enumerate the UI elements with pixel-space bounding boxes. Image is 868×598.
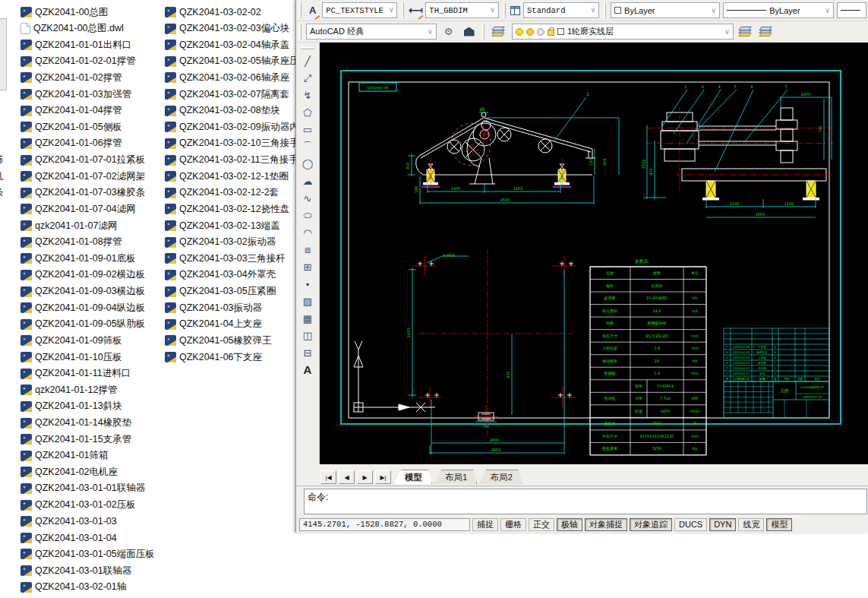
file-item[interactable]: QZK2041-03-02-06轴承座 (165, 70, 289, 85)
dim-style-icon[interactable]: ⟻ (409, 4, 422, 17)
file-item[interactable]: QZK2041-03-01联轴器 (21, 563, 131, 578)
file-item[interactable]: QZK2041-03-02-01轴 (21, 580, 126, 595)
draw-tool-arc-icon[interactable]: ⌒ (298, 138, 317, 156)
status-toggle-栅格[interactable]: 栅格 (500, 518, 526, 531)
workspace-settings-button[interactable]: ⚙ (440, 24, 457, 40)
draw-tool-ellipse-arc-icon[interactable]: ◠ (298, 224, 317, 242)
draw-tool-revision-cloud-icon[interactable]: ☁ (298, 172, 317, 190)
file-item[interactable]: QZK2041-03-02-10三角接手 (165, 136, 299, 151)
file-item[interactable]: QZK2041-01-07-04滤网 (21, 201, 136, 217)
layer-properties-button[interactable] (489, 24, 509, 40)
file-item[interactable]: QZK2041-01-02撑管 (21, 70, 122, 85)
lineweight-dropdown[interactable] (837, 2, 866, 18)
toolbar-grip[interactable] (503, 3, 506, 18)
file-item[interactable]: QZK2041-01-09-05纵肋板 (21, 317, 145, 332)
file-item[interactable]: QZK2041-03-02-07隔离套 (165, 87, 289, 102)
command-input[interactable]: 命令: (304, 489, 867, 514)
status-toggle-正交[interactable]: 正交 (529, 518, 554, 531)
tab-nav-button[interactable]: ◀ (339, 470, 355, 484)
draw-tool-hatch-icon[interactable]: ▨ (298, 293, 317, 310)
draw-tool-construction-line-icon[interactable]: ⤢ (298, 70, 317, 87)
file-item[interactable]: QZK2041-00总图 (21, 5, 109, 20)
workspace-dropdown[interactable]: AutoCAD 经典 ∨ (306, 24, 437, 40)
layer-vp-freeze-icon[interactable] (537, 28, 544, 36)
file-item[interactable]: QZK2041-03-02-13端盖 (165, 218, 280, 233)
status-toggle-DUCS[interactable]: DUCS (674, 518, 707, 531)
workspace-save-button[interactable] (460, 24, 478, 40)
file-item[interactable]: QZK2041-00总图.dwl (21, 21, 124, 36)
file-item[interactable]: QZK2041-01-15支承管 (21, 432, 131, 447)
status-toggle-对象捕捉[interactable]: 对象捕捉 (585, 518, 627, 531)
toolbar-grip[interactable] (402, 3, 404, 18)
file-item[interactable]: QZK2041-01筛箱 (21, 448, 109, 464)
file-item[interactable]: QZK2041-03-02-12-1垫圈 (165, 169, 289, 184)
draw-tool-ellipse-icon[interactable]: ⬭ (298, 207, 317, 224)
file-item[interactable]: QZK2041-03-02-12挠性盘 (165, 201, 289, 217)
file-item[interactable]: QZK2041-05橡胶弹王 (165, 333, 272, 348)
file-item[interactable]: QZK2041-01-10压板 (21, 350, 122, 365)
status-toggle-DYN[interactable]: DYN (709, 518, 736, 531)
draw-tool-polyline-icon[interactable]: ↯ (298, 87, 317, 104)
file-item[interactable]: QZK2041-01-13斜块 (21, 399, 122, 414)
file-item[interactable]: QZK2041-01-11进料口 (21, 366, 131, 381)
linetype-dropdown[interactable]: ByLayer ∨ (723, 2, 834, 18)
dim-style-dropdown[interactable]: TH_GBDIM ∨ (425, 2, 498, 18)
layer-lock-icon[interactable] (548, 30, 554, 36)
layer-dropdown[interactable]: 1轮廓实线层 ∨ (512, 24, 734, 40)
file-item[interactable]: QZK2041-04上支座 (165, 317, 262, 332)
file-item[interactable]: QZK2041-01-03加强管 (21, 87, 131, 102)
tab-布局1[interactable]: 布局1 (434, 470, 477, 484)
file-item[interactable]: QZK2041-03-02-02 (165, 5, 261, 20)
draw-tool-circle-icon[interactable]: ◯ (298, 156, 317, 173)
toolbar-grip[interactable] (604, 3, 606, 18)
draw-tool-rectangle-icon[interactable]: ▭ (298, 121, 317, 138)
layer-freeze-sun-icon[interactable] (526, 28, 534, 36)
status-toggle-线宽[interactable]: 线宽 (738, 518, 764, 531)
toolbar-grip[interactable] (299, 3, 301, 18)
file-item[interactable]: QZK2041-01-04撑管 (21, 103, 122, 119)
file-item[interactable]: QZK2041-03-01-05端面压板 (21, 546, 155, 562)
tab-nav-button[interactable]: |◀ (320, 470, 336, 484)
draw-tool-spline-icon[interactable]: ∿ (298, 190, 317, 207)
file-item[interactable]: QZK2041-03-02-05轴承座压盖 (165, 54, 308, 69)
tab-nav-button[interactable]: ▶| (375, 470, 391, 484)
make-object-layer-current-button[interactable] (737, 24, 754, 40)
file-item[interactable]: QZK2041-01-09-04纵边板 (21, 300, 145, 315)
file-item[interactable]: QZK2041-03-02振动器 (165, 235, 276, 250)
file-item[interactable]: QZK2041-01-02-01撑管 (21, 54, 136, 69)
draw-tool-line-icon[interactable]: ╱ (298, 52, 317, 70)
toolbar-grip[interactable] (301, 47, 314, 49)
file-item[interactable]: QZK2041-01-14橡胶垫 (21, 416, 131, 431)
layer-on-bulb-icon[interactable] (516, 28, 523, 36)
status-toggle-捕捉[interactable]: 捕捉 (472, 518, 498, 531)
draw-tool-polygon-icon[interactable]: ⬠ (298, 104, 317, 122)
file-item[interactable]: QZK2041-03-02-04轴承盖 (165, 37, 289, 52)
file-item[interactable]: QZK2041-01-07-03橡胶条 (21, 185, 145, 201)
text-style-dropdown[interactable]: PC_TEXTSTYLE ∨ (322, 2, 397, 18)
file-item[interactable]: QZK2041-01-07-02滤网架 (21, 169, 145, 184)
toolbar-grip[interactable] (482, 24, 485, 40)
draw-tool-table-icon[interactable]: ⊟ (298, 344, 317, 362)
file-item[interactable]: QZK2041-02电机座 (21, 464, 118, 479)
text-style-icon[interactable]: A (306, 4, 319, 17)
file-item[interactable]: QZK2041-03-02-11三角接手 (165, 153, 298, 168)
file-item[interactable]: QZK2041-01-09-03横边板 (21, 284, 145, 299)
file-item[interactable]: QZK2041-03-01-04 (21, 530, 117, 546)
file-item[interactable]: QZK2041-03-03三角接杆 (165, 251, 286, 266)
file-item[interactable]: QZK2041-01-09-02横边板 (21, 267, 145, 283)
draw-tool-gradient-icon[interactable]: ▦ (298, 310, 317, 327)
draw-tool-point-icon[interactable]: • (298, 276, 317, 293)
table-style-dropdown[interactable]: Standard ∨ (523, 2, 599, 18)
file-item[interactable]: QZK2041-03-02-08垫块 (165, 103, 280, 119)
file-item[interactable]: QZK2041-01-05侧板 (21, 119, 122, 134)
file-item[interactable]: QZK2041-03-02-09振动器内件 (165, 119, 308, 134)
file-item[interactable]: QZK2041-01-07-01拉紧板 (21, 153, 145, 168)
file-item[interactable]: QZK2041-03-01-02压板 (21, 498, 136, 513)
tab-布局2[interactable]: 布局2 (478, 470, 522, 484)
table-style-icon[interactable] (510, 6, 521, 15)
status-toggle-极轴[interactable]: 极轴 (557, 518, 582, 531)
file-item[interactable]: QZK2041-01-09-01底板 (21, 251, 136, 266)
file-item[interactable]: QZK2041-01-06撑管 (21, 136, 122, 151)
draw-tool-multiline-text-icon[interactable]: A (298, 362, 317, 379)
file-item[interactable]: QZK2041-01-08撑管 (21, 235, 122, 250)
